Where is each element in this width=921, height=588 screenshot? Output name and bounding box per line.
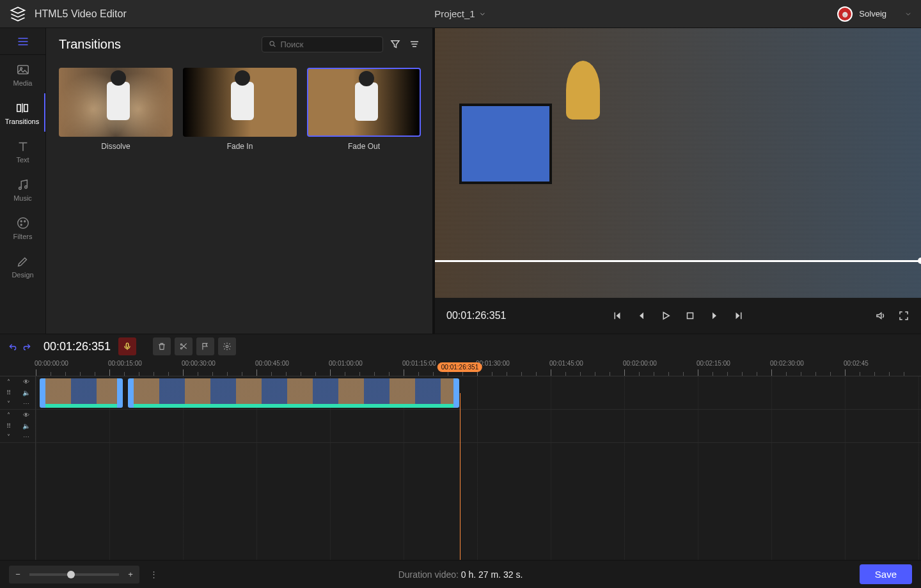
filter-button[interactable] (388, 37, 402, 51)
step-back-icon[interactable] (611, 310, 623, 321)
user-name: Solveig (859, 9, 886, 19)
track-headers: ˄👁 ⠿🔈 ˅⋯ ˄👁 ⠿🔈 ˅⋯ (0, 376, 36, 560)
transition-tile-dissolve[interactable]: Dissolve (59, 68, 173, 151)
ruler-tick (433, 372, 434, 376)
volume-icon[interactable] (875, 310, 886, 321)
ruler-tick (624, 369, 625, 376)
ruler-label: 00:02:45 (844, 360, 869, 367)
ruler-tick (889, 372, 890, 376)
ruler-tick (345, 372, 345, 376)
hamburger-icon (17, 35, 29, 48)
ruler-label: 00:01:45:00 (549, 360, 583, 367)
ruler-tick (536, 372, 537, 376)
svg-point-5 (24, 186, 27, 189)
search-icon (269, 40, 276, 49)
transition-tile-fadeout[interactable]: Fade Out (307, 68, 421, 151)
tracks-area[interactable] (36, 376, 921, 560)
search-input-wrapper[interactable] (262, 36, 383, 52)
preview-scrub-bar[interactable] (435, 260, 921, 262)
ruler-tick (712, 372, 713, 376)
track-more-icon[interactable]: ⋯ (18, 398, 36, 409)
preview-panel: 00:01:26:351 (435, 28, 921, 334)
track-up-icon[interactable]: ˄ (0, 410, 18, 421)
ruler-tick (727, 372, 728, 376)
track-mute-icon[interactable]: 🔈 (18, 387, 36, 398)
track-down-icon[interactable]: ˅ (0, 431, 18, 442)
ruler-tick (198, 372, 198, 376)
search-input[interactable] (280, 40, 376, 49)
cut-button[interactable] (175, 337, 193, 355)
playhead-line[interactable] (460, 393, 460, 560)
sidebar-item-music[interactable]: Music (0, 170, 45, 208)
transition-tile-fadein[interactable]: Fade In (183, 68, 297, 151)
sort-button[interactable] (407, 37, 421, 51)
svg-rect-2 (17, 105, 20, 112)
track-row-2[interactable] (36, 410, 921, 443)
preview-viewport[interactable] (435, 28, 921, 298)
track-head-video1: ˄👁 ⠿🔈 ˅⋯ (0, 376, 35, 410)
sidebar-item-transitions[interactable]: Transitions (0, 93, 45, 132)
next-frame-icon[interactable] (709, 310, 720, 321)
chevron-down-icon (479, 10, 487, 18)
ruler-tick (286, 372, 287, 376)
ruler-tick (771, 369, 772, 376)
track-drag-icon[interactable]: ⠿ (0, 421, 18, 431)
zoom-menu-button[interactable]: ⋮ (146, 566, 161, 584)
ruler-tick (154, 372, 154, 376)
zoom-out-button[interactable]: − (9, 566, 27, 584)
track-drag-icon[interactable]: ⠿ (0, 387, 18, 398)
undo-icon[interactable] (8, 341, 18, 352)
transitions-icon (15, 101, 29, 115)
track-more-icon[interactable]: ⋯ (18, 431, 36, 442)
gear-icon (223, 342, 232, 351)
timeline-timecode: 00:01:26:351 (43, 340, 111, 353)
text-icon (16, 139, 30, 153)
user-menu[interactable]: ☻ Solveig (837, 6, 912, 22)
tile-label: Dissolve (101, 142, 130, 151)
ruler-label: 00:01:15:00 (402, 360, 436, 367)
chevron-down-icon (904, 10, 912, 18)
marker-button[interactable] (196, 337, 214, 355)
sidebar-item-filters[interactable]: Filters (0, 208, 45, 247)
track-down-icon[interactable]: ˅ (0, 398, 18, 409)
track-mute-icon[interactable]: 🔈 (18, 421, 36, 431)
hamburger-button[interactable] (0, 28, 45, 55)
video-clip[interactable] (128, 378, 459, 408)
fullscreen-icon[interactable] (898, 310, 909, 321)
timeline-ruler[interactable]: 00:00:00:0000:00:15:0000:00:30:0000:00:4… (0, 359, 921, 376)
stop-icon[interactable] (684, 310, 696, 321)
preview-scrub-handle[interactable] (918, 258, 921, 264)
play-icon[interactable] (660, 310, 672, 321)
preview-controls: 00:01:26:351 (435, 298, 921, 334)
sidebar-item-design[interactable]: Design (0, 247, 45, 285)
settings-button[interactable] (218, 337, 236, 355)
app-logo-icon (9, 5, 27, 23)
track-up-icon[interactable]: ˄ (0, 376, 18, 387)
ruler-tick (80, 372, 81, 376)
video-clip[interactable] (40, 378, 123, 408)
zoom-slider[interactable] (29, 573, 119, 576)
sidebar-item-media[interactable]: Media (0, 55, 45, 93)
tile-label: Fade Out (348, 142, 380, 151)
sidebar-item-text[interactable]: Text (0, 132, 45, 170)
browser-title: Transitions (59, 37, 121, 52)
delete-button[interactable] (153, 337, 171, 355)
svg-point-14 (180, 348, 182, 349)
playhead-marker[interactable]: 00:01:26:351 (437, 362, 482, 372)
save-button[interactable]: Save (860, 564, 912, 584)
track-visible-icon[interactable]: 👁 (18, 376, 36, 387)
prev-frame-icon[interactable] (636, 310, 647, 321)
record-button[interactable] (118, 337, 136, 355)
project-selector[interactable]: Project_1 (434, 8, 486, 19)
track-row-1[interactable] (36, 376, 921, 410)
zoom-slider-handle[interactable] (67, 571, 75, 578)
zoom-in-button[interactable]: + (122, 566, 139, 584)
redo-icon[interactable] (22, 341, 32, 352)
timeline-panel: 00:01:26:351 00:00:00:0000:00:15:0000:00… (0, 334, 921, 588)
track-visible-icon[interactable]: 👁 (18, 410, 36, 421)
ruler-tick (183, 369, 184, 376)
ruler-tick (698, 369, 698, 376)
step-forward-icon[interactable] (733, 310, 744, 321)
svg-point-15 (226, 345, 228, 348)
svg-point-6 (17, 218, 28, 229)
